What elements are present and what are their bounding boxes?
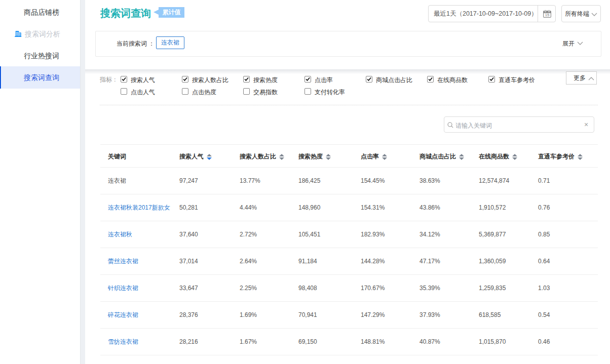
svg-text:15: 15	[545, 13, 549, 17]
